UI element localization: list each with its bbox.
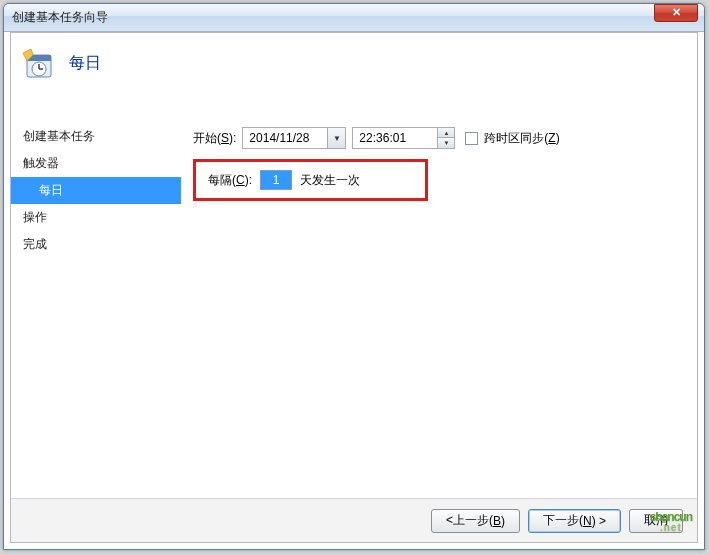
interval-input[interactable] bbox=[260, 170, 292, 190]
sidebar-item-trigger[interactable]: 触发器 bbox=[11, 150, 181, 177]
sidebar-item-create-task[interactable]: 创建基本任务 bbox=[11, 123, 181, 150]
start-row: 开始(S): ▼ ▲ ▼ 跨时区同步(Z) bbox=[193, 127, 685, 149]
content-area: 创建基本任务 触发器 每日 操作 完成 开始(S): ▼ ▲ bbox=[11, 117, 697, 496]
close-icon: ✕ bbox=[672, 6, 681, 19]
client-area: 每日 创建基本任务 触发器 每日 操作 完成 开始(S): ▼ bbox=[10, 32, 698, 543]
next-button[interactable]: 下一步(N) > bbox=[528, 509, 621, 533]
date-picker[interactable]: ▼ bbox=[242, 127, 346, 149]
time-down-button[interactable]: ▼ bbox=[438, 138, 454, 148]
wizard-window: 创建基本任务向导 ✕ 每日 创建基本任务 触发器 每 bbox=[3, 3, 705, 550]
close-button[interactable]: ✕ bbox=[654, 4, 698, 22]
interval-label: 每隔(C): bbox=[208, 172, 252, 189]
titlebar[interactable]: 创建基本任务向导 ✕ bbox=[4, 4, 704, 32]
sync-label: 跨时区同步(Z) bbox=[484, 130, 559, 147]
header-section: 每日 bbox=[11, 33, 697, 99]
time-spinner: ▲ ▼ bbox=[437, 128, 454, 148]
interval-highlight-box: 每隔(C): 天发生一次 bbox=[193, 159, 428, 201]
date-dropdown-button[interactable]: ▼ bbox=[327, 128, 345, 148]
sync-checkbox[interactable] bbox=[465, 132, 478, 145]
watermark: shancun .net bbox=[650, 496, 692, 533]
window-title: 创建基本任务向导 bbox=[12, 9, 654, 26]
main-panel: 开始(S): ▼ ▲ ▼ 跨时区同步(Z) bbox=[181, 117, 697, 496]
time-picker[interactable]: ▲ ▼ bbox=[352, 127, 455, 149]
start-label: 开始(S): bbox=[193, 130, 236, 147]
page-title: 每日 bbox=[69, 53, 101, 74]
scheduler-icon bbox=[21, 47, 53, 79]
sidebar: 创建基本任务 触发器 每日 操作 完成 bbox=[11, 117, 181, 496]
back-button[interactable]: <上一步(B) bbox=[431, 509, 520, 533]
date-input[interactable] bbox=[243, 128, 327, 148]
interval-unit: 天发生一次 bbox=[300, 172, 360, 189]
sidebar-item-daily[interactable]: 每日 bbox=[11, 177, 181, 204]
time-input[interactable] bbox=[353, 128, 437, 148]
sidebar-item-action[interactable]: 操作 bbox=[11, 204, 181, 231]
sidebar-item-finish[interactable]: 完成 bbox=[11, 231, 181, 258]
time-up-button[interactable]: ▲ bbox=[438, 128, 454, 138]
footer: <上一步(B) 下一步(N) > 取消 bbox=[11, 498, 697, 542]
